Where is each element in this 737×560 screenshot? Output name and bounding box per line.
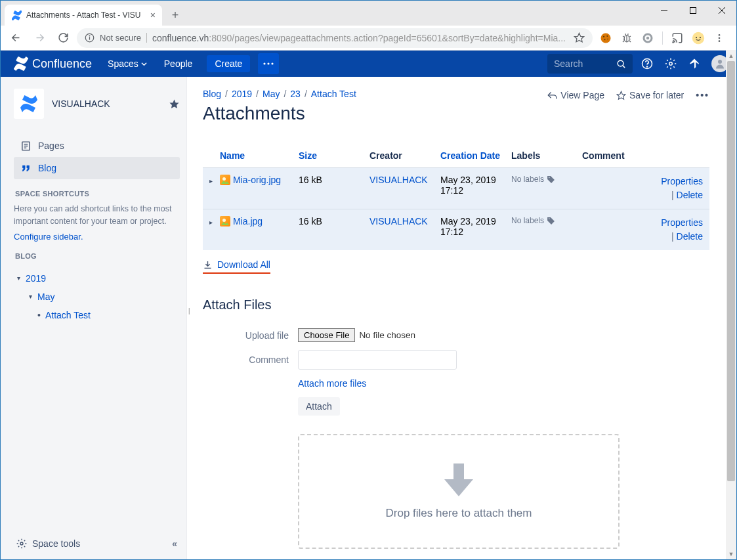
delete-link[interactable]: Delete [677,231,703,242]
comment-label: Comment [203,355,298,365]
delete-link[interactable]: Delete [677,190,703,200]
breadcrumb-link[interactable]: Attach Test [311,89,356,99]
sidebar-section-shortcuts: SPACE SHORTCUTS [15,190,180,198]
new-tab-button[interactable]: + [166,6,184,24]
attachment-name-link[interactable]: Mia.jpg [220,216,299,226]
properties-link[interactable]: Properties [661,217,703,228]
attachment-creator-link[interactable]: VISUALHACK [369,216,440,226]
security-label: Not secure [100,33,147,43]
attach-more-files-link[interactable]: Attach more files [298,378,366,389]
breadcrumb-link[interactable]: Blog [203,89,221,99]
extension-bug-icon[interactable] [618,29,636,47]
configure-sidebar-link[interactable]: Configure sidebar. [14,232,180,242]
reload-button[interactable] [53,28,73,48]
header-more-button[interactable] [258,53,279,74]
col-header-comment[interactable]: Comment [582,150,648,161]
attachment-date: May 23, 2019 17:12 [440,175,511,196]
svg-point-24 [264,62,266,64]
window-maximize-button[interactable] [679,1,707,20]
attachment-creator-link[interactable]: VISUALHACK [369,175,440,185]
back-button[interactable] [6,28,26,48]
choose-file-button[interactable]: Choose File [298,328,355,342]
table-row: ▸ Mia.jpg 16 kB VISUALHACK May 23, 2019 … [203,209,709,250]
scrollbar-thumb[interactable] [727,61,735,481]
address-bar[interactable]: Not secure confluence.vh:8090/pages/view… [77,28,593,48]
notifications-icon[interactable] [684,53,705,74]
svg-point-11 [604,39,606,40]
comment-input[interactable] [298,350,457,370]
space-tools-button[interactable]: Space tools [16,538,80,549]
no-file-text: No file chosen [359,330,415,340]
attachment-labels[interactable]: No labels [511,175,582,184]
download-icon [203,260,213,270]
product-name: Confluence [32,57,92,71]
window-close-button[interactable] [707,1,736,20]
browser-title-bar: Attachments - Attach Test - VISU × + [1,1,736,26]
download-all-link[interactable]: Download All [203,259,270,274]
confluence-header: Confluence Spaces People Create Search [1,51,736,77]
breadcrumb-link[interactable]: 23 [290,89,301,99]
attach-submit-button[interactable]: Attach [298,397,340,416]
attachment-name-link[interactable]: Mia-orig.jpg [220,175,299,185]
create-button[interactable]: Create [207,55,250,72]
tree-node-month[interactable]: ▾May [14,288,180,306]
nav-people[interactable]: People [158,51,200,77]
space-star-icon[interactable] [169,98,180,110]
settings-icon[interactable] [660,53,681,74]
sidebar-section-blog: BLOG [15,252,180,260]
sidebar-item-blog[interactable]: Blog [14,157,180,179]
scrollbar-down-icon[interactable]: ▼ [726,548,736,559]
tree-node-page[interactable]: •Attach Test [14,306,180,324]
breadcrumb-link[interactable]: May [263,89,280,99]
view-page-link[interactable]: View Page [547,90,604,100]
tab-close-icon[interactable]: × [150,10,156,20]
svg-point-8 [601,33,611,43]
scrollbar[interactable]: ▲ ▼ [726,50,736,559]
properties-link[interactable]: Properties [661,176,703,186]
svg-point-20 [700,37,701,38]
svg-point-31 [669,62,673,66]
collapse-sidebar-icon[interactable]: « [172,538,177,549]
window-minimize-button[interactable] [650,1,679,20]
main-content: Blog/ 2019/ May/ 23/ Attach Test Attachm… [187,77,725,560]
svg-line-28 [623,65,625,67]
sidebar: VISUALHACK Pages Blog SPACE SHORTCUTS He… [1,77,187,560]
col-header-size[interactable]: Size [299,150,369,161]
attachment-labels[interactable]: No labels [511,216,582,225]
tree-node-year[interactable]: ▾2019 [14,269,180,288]
col-header-creator[interactable]: Creator [369,150,440,161]
cast-icon[interactable] [668,29,686,47]
file-dropzone[interactable]: Drop files here to attach them [298,434,620,549]
chevron-down-icon [141,61,147,67]
breadcrumb-link[interactable]: 2019 [232,89,252,99]
space-name[interactable]: VISUALHACK [52,98,161,109]
save-for-later-link[interactable]: Save for later [616,90,684,100]
search-icon [616,59,626,69]
sidebar-item-pages[interactable]: Pages [14,135,180,157]
search-input[interactable]: Search [547,54,633,74]
page-more-icon[interactable]: ••• [696,90,709,100]
help-icon[interactable] [637,53,658,74]
expand-row-icon[interactable]: ▸ [209,177,213,184]
bookmark-star-icon[interactable] [574,32,585,43]
svg-point-9 [603,35,604,37]
info-icon [85,33,95,43]
sidebar-shortcuts-hint: Here you can add shortcut links to the m… [14,203,180,228]
extension-cookie-icon[interactable] [597,29,615,47]
star-icon [616,91,626,100]
col-header-date[interactable]: Creation Date [440,150,511,161]
tab-title: Attachments - Attach Test - VISU [26,11,141,20]
space-logo-icon[interactable] [14,89,44,119]
expand-row-icon[interactable]: ▸ [209,219,213,226]
browser-menu-icon[interactable] [710,29,728,47]
forward-button[interactable] [30,28,49,48]
page-title: Attachments [203,103,356,124]
confluence-logo[interactable]: Confluence [9,56,97,71]
scrollbar-up-icon[interactable]: ▲ [726,50,736,61]
browser-tab[interactable]: Attachments - Attach Test - VISU × [5,5,162,26]
col-header-labels[interactable]: Labels [511,150,582,161]
extension-circle-icon[interactable] [639,29,657,47]
profile-avatar-icon[interactable] [689,29,707,47]
col-header-name[interactable]: Name [220,150,299,161]
nav-spaces[interactable]: Spaces [101,51,154,77]
